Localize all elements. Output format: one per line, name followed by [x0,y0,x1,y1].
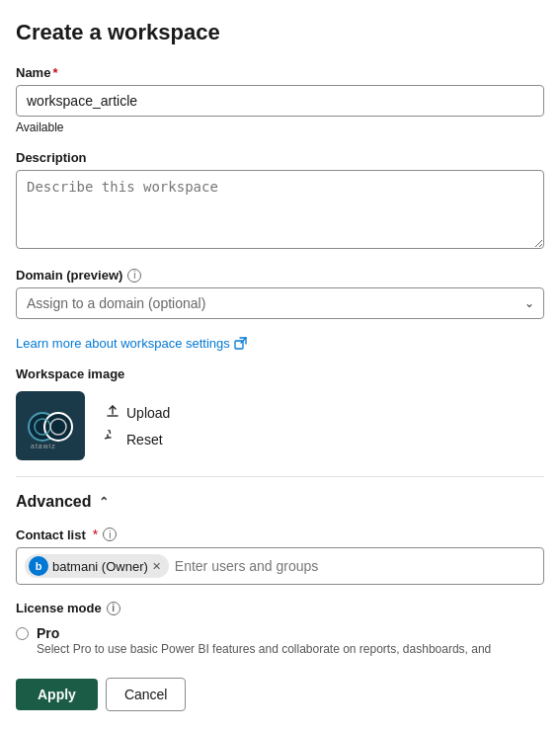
license-mode-label-row: License mode i [16,601,544,615]
page-title: Create a workspace [16,20,544,45]
upload-icon [105,403,120,422]
section-divider [16,476,544,477]
cancel-button[interactable]: Cancel [106,678,187,711]
domain-select-wrapper: Assign to a domain (optional) ⌄ [16,287,544,319]
domain-info-icon[interactable]: i [127,269,141,283]
workspace-image-content: atawiz Upload [16,391,544,460]
contact-required-star: * [93,527,98,542]
license-mode-section: License mode i Pro Select Pro to use bas… [16,601,544,658]
name-label: Name* [16,65,544,80]
contact-tag-name: batmani (Owner) [52,559,148,574]
advanced-section-header[interactable]: Advanced ⌃ [16,493,544,511]
contact-list-label-row: Contact list * i [16,527,544,542]
tag-remove-button[interactable]: ✕ [152,560,161,573]
apply-button[interactable]: Apply [16,679,98,710]
contact-avatar: b [29,556,48,576]
pro-label: Pro [37,625,491,641]
required-star: * [52,65,57,80]
reset-icon [105,430,120,448]
contact-input-wrapper[interactable]: b batmani (Owner) ✕ [16,547,544,585]
learn-more-link[interactable]: Learn more about workspace settings [16,336,247,351]
contact-search-input[interactable] [175,558,535,574]
description-field-group: Description [16,150,544,252]
svg-point-3 [44,413,72,441]
svg-text:atawiz: atawiz [31,443,56,449]
license-mode-label: License mode [16,601,102,615]
pro-option: Pro Select Pro to use basic Power BI fea… [16,625,544,658]
pro-description: Select Pro to use basic Power BI feature… [37,641,491,658]
contact-info-icon[interactable]: i [103,528,117,541]
contact-tag: b batmani (Owner) ✕ [25,554,169,578]
name-field-group: Name* Available [16,65,544,134]
workspace-image-label: Workspace image [16,366,544,381]
contact-list-label: Contact list [16,528,86,542]
pro-radio[interactable] [16,627,29,640]
reset-button[interactable]: Reset [105,430,170,448]
image-preview: atawiz [16,391,85,460]
workspace-image-section: Workspace image atawiz [16,366,544,460]
description-input[interactable] [16,170,544,249]
pro-option-text: Pro Select Pro to use basic Power BI fea… [37,625,491,658]
contact-list-group: Contact list * i b batmani (Owner) ✕ [16,527,544,585]
external-link-icon [234,337,247,350]
name-input[interactable] [16,85,544,117]
chevron-up-icon: ⌃ [99,495,109,509]
image-actions: Upload Reset [105,403,170,448]
domain-label-row: Domain (preview) i [16,268,544,283]
description-label: Description [16,150,544,165]
license-info-icon[interactable]: i [107,602,120,615]
domain-field-group: Domain (preview) i Assign to a domain (o… [16,268,544,319]
advanced-label: Advanced [16,493,91,511]
upload-button[interactable]: Upload [105,403,170,422]
buttons-row: Apply Cancel [16,678,544,711]
available-status: Available [16,121,544,134]
domain-label: Domain (preview) [16,268,122,283]
domain-select[interactable]: Assign to a domain (optional) [16,287,544,319]
